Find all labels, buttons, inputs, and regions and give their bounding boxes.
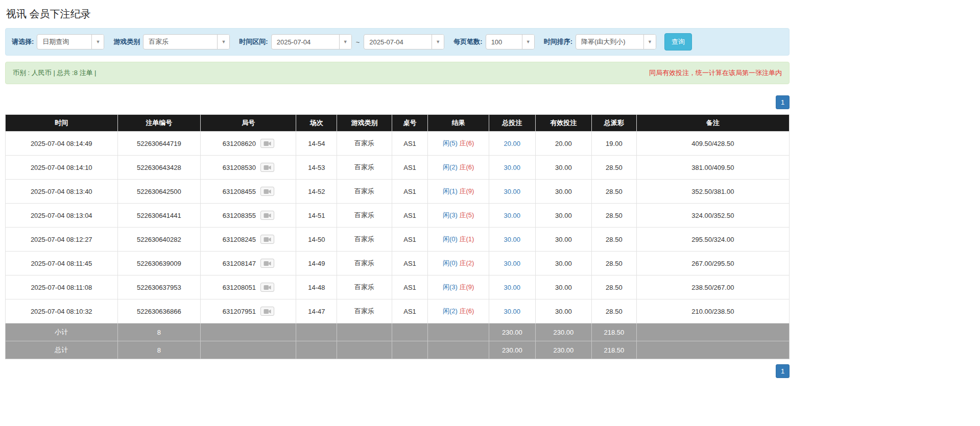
cell-result: 闲(0) 庄(1) xyxy=(428,228,489,252)
cell-valid-bet: 30.00 xyxy=(535,204,592,228)
table-row: 2025-07-04 08:13:04 522630641441 6312083… xyxy=(6,204,790,228)
cell-valid-bet: 30.00 xyxy=(535,156,592,180)
cell-bet-id: 522630642500 xyxy=(117,180,201,204)
total-bet-link[interactable]: 30.00 xyxy=(504,188,521,195)
per-page-select[interactable]: 100 ▼ xyxy=(486,34,535,49)
cell-total-bet: 30.00 xyxy=(489,252,536,275)
grand-total-payout: 218.50 xyxy=(592,341,636,359)
page-button-1[interactable]: 1 xyxy=(776,95,790,109)
cell-game-type: 百家乐 xyxy=(337,275,392,299)
video-replay-button[interactable] xyxy=(260,307,274,316)
game-type-label: 游戏类别 xyxy=(113,37,140,46)
search-button[interactable]: 查询 xyxy=(664,33,692,51)
video-camera-icon xyxy=(264,285,271,290)
cell-time: 2025-07-04 08:14:10 xyxy=(6,156,118,180)
round-id-value: 631207951 xyxy=(223,308,256,315)
result-banker: 庄(9) xyxy=(460,187,474,195)
cell-valid-bet: 30.00 xyxy=(535,228,592,252)
cell-bet-id: 522630637953 xyxy=(117,275,201,299)
game-type-select[interactable]: 百家乐 ▼ xyxy=(143,34,230,49)
header-remark: 备注 xyxy=(636,115,789,132)
grand-total-valid-bet: 230.00 xyxy=(535,341,592,359)
date-from-value: 2025-07-04 xyxy=(272,35,339,49)
video-replay-button[interactable] xyxy=(260,259,274,268)
round-id-value: 631208245 xyxy=(223,236,256,243)
chevron-down-icon[interactable]: ▼ xyxy=(91,35,104,49)
page-button-1[interactable]: 1 xyxy=(776,364,790,378)
cell-table-no: AS1 xyxy=(392,132,428,156)
table-row: 2025-07-04 08:11:08 522630637953 6312080… xyxy=(6,275,790,299)
video-replay-button[interactable] xyxy=(260,211,274,220)
total-bet-link[interactable]: 20.00 xyxy=(504,140,521,147)
round-id-value: 631208620 xyxy=(223,140,256,147)
cell-session: 14-52 xyxy=(296,180,337,204)
cell-table-no: AS1 xyxy=(392,228,428,252)
header-game-type: 游戏类别 xyxy=(337,115,392,132)
date-from-select[interactable]: 2025-07-04 ▼ xyxy=(271,34,352,49)
cell-round-id: 631207951 xyxy=(201,299,296,323)
subtotal-row: 小计 8 230.00 230.00 218.50 xyxy=(6,323,790,341)
cell-total-bet: 20.00 xyxy=(489,132,536,156)
total-bet-link[interactable]: 30.00 xyxy=(504,284,521,291)
result-player: 闲(1) xyxy=(443,187,458,195)
round-id-value: 631208530 xyxy=(223,164,256,171)
grand-total-label: 总计 xyxy=(6,341,118,359)
chevron-down-icon[interactable]: ▼ xyxy=(339,35,351,49)
cell-game-type: 百家乐 xyxy=(337,204,392,228)
query-type-select[interactable]: 日期查询 ▼ xyxy=(37,34,104,49)
cell-remark: 295.50/324.00 xyxy=(636,228,789,252)
total-bet-link[interactable]: 30.00 xyxy=(504,212,521,219)
chevron-down-icon[interactable]: ▼ xyxy=(522,35,534,49)
chevron-down-icon[interactable]: ▼ xyxy=(432,35,444,49)
total-bet-link[interactable]: 30.00 xyxy=(504,164,521,171)
result-player: 闲(3) xyxy=(443,283,458,291)
header-time: 时间 xyxy=(6,115,118,132)
video-replay-button[interactable] xyxy=(260,139,274,148)
video-replay-button[interactable] xyxy=(260,163,274,172)
grand-total-row: 总计 8 230.00 230.00 218.50 xyxy=(6,341,790,359)
date-to-select[interactable]: 2025-07-04 ▼ xyxy=(364,34,444,49)
cell-game-type: 百家乐 xyxy=(337,252,392,275)
table-body: 2025-07-04 08:14:49 522630644719 6312086… xyxy=(6,132,790,323)
time-range-label: 时间区间: xyxy=(239,37,268,46)
video-camera-icon xyxy=(264,165,271,170)
cell-result: 闲(1) 庄(9) xyxy=(428,180,489,204)
cell-total-bet: 30.00 xyxy=(489,204,536,228)
result-banker: 庄(6) xyxy=(460,163,474,171)
table-row: 2025-07-04 08:10:32 522630636866 6312079… xyxy=(6,299,790,323)
range-separator: ~ xyxy=(355,38,361,46)
total-bet-link[interactable]: 30.00 xyxy=(504,260,521,267)
video-replay-button[interactable] xyxy=(260,235,274,244)
subtotal-valid-bet: 230.00 xyxy=(535,323,592,341)
header-round-id: 局号 xyxy=(201,115,296,132)
cell-payout: 28.50 xyxy=(592,204,636,228)
header-session: 场次 xyxy=(296,115,337,132)
cell-valid-bet: 30.00 xyxy=(535,275,592,299)
sort-order-select[interactable]: 降幂(由大到小) ▼ xyxy=(576,34,656,49)
chevron-down-icon[interactable]: ▼ xyxy=(217,35,229,49)
cell-remark: 381.00/409.50 xyxy=(636,156,789,180)
cell-table-no: AS1 xyxy=(392,156,428,180)
cell-result: 闲(5) 庄(6) xyxy=(428,132,489,156)
bet-records-table: 时间 注单编号 局号 场次 游戏类别 桌号 结果 总投注 有效投注 总派彩 备注… xyxy=(5,114,790,359)
total-bet-link[interactable]: 30.00 xyxy=(504,236,521,243)
cell-bet-id: 522630644719 xyxy=(117,132,201,156)
cell-session: 14-51 xyxy=(296,204,337,228)
cell-result: 闲(2) 庄(6) xyxy=(428,156,489,180)
video-replay-button[interactable] xyxy=(260,283,274,292)
page-title: 视讯 会员下注纪录 xyxy=(6,7,790,21)
result-banker: 庄(1) xyxy=(460,235,474,243)
chevron-down-icon[interactable]: ▼ xyxy=(643,35,656,49)
result-banker: 庄(2) xyxy=(460,259,474,267)
cell-remark: 267.00/295.50 xyxy=(636,252,789,275)
table-row: 2025-07-04 08:14:49 522630644719 6312086… xyxy=(6,132,790,156)
result-player: 闲(5) xyxy=(443,139,458,147)
cell-valid-bet: 30.00 xyxy=(535,180,592,204)
table-row: 2025-07-04 08:13:40 522630642500 6312084… xyxy=(6,180,790,204)
video-replay-button[interactable] xyxy=(260,187,274,196)
video-camera-icon xyxy=(264,261,271,266)
query-type-label: 请选择: xyxy=(12,37,34,46)
cell-bet-id: 522630641441 xyxy=(117,204,201,228)
page-container: 视讯 会员下注纪录 请选择: 日期查询 ▼ 游戏类别 百家乐 ▼ 时间区间: 2… xyxy=(0,0,790,378)
total-bet-link[interactable]: 30.00 xyxy=(504,308,521,315)
